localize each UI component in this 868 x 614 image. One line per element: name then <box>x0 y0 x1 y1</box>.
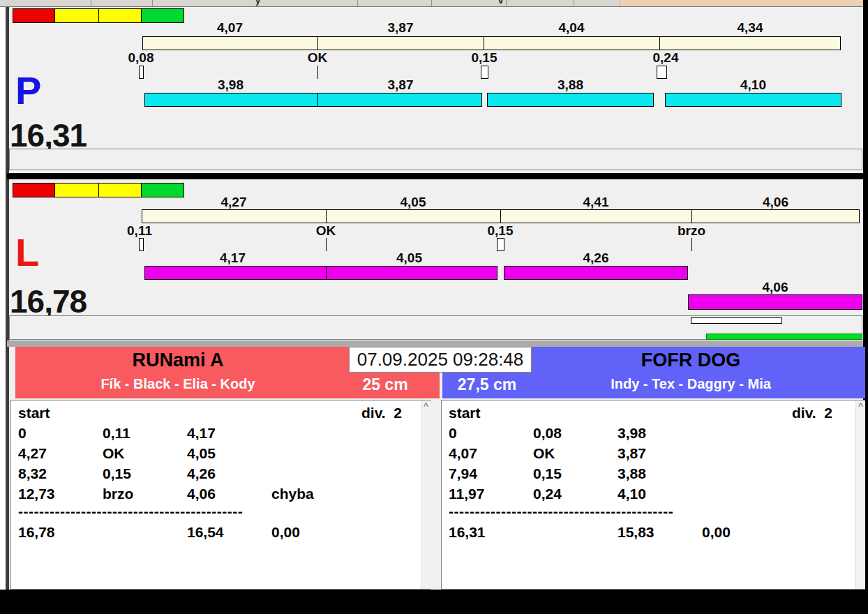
race-timestamp: 07.09.2025 09:28:48 <box>349 347 532 373</box>
p-crossing-mark: OK <box>298 52 337 63</box>
team-right-results-table[interactable]: start div. 2 0 0,08 3,98 4,07 OK 3,87 7,… <box>441 400 865 590</box>
l-gap-indicator <box>326 238 327 251</box>
chevron-down-icon: v <box>498 0 503 6</box>
p-dog-bar <box>487 93 654 107</box>
l-dog-bar-running <box>688 294 862 310</box>
start-label: start <box>18 405 50 421</box>
p-crossing-mark: 0,15 <box>465 52 504 63</box>
cell-crossing: 0,24 <box>533 486 562 502</box>
l-split-bar <box>142 209 860 223</box>
cell-cumulative: 8,32 <box>18 465 47 482</box>
cell-crossing: 0,11 <box>103 425 130 442</box>
table-scrollbar[interactable]: ^ <box>855 401 865 589</box>
cell-cumulative: 12,73 <box>18 486 55 502</box>
l-crossing-mark: OK <box>306 225 345 237</box>
table-separator-dashes: ----------------------------------------… <box>18 503 243 520</box>
l-dog-bar <box>144 266 497 280</box>
p-split-time: 4,07 <box>142 22 317 33</box>
team-left-jump-height: 25 cm <box>347 375 423 394</box>
p-gap-indicator <box>657 66 667 79</box>
p-split-bar-divider <box>317 37 318 50</box>
cell-dog-time: 3,98 <box>618 425 646 442</box>
l-traffic-light-yellow1 <box>54 183 99 197</box>
p-split-bar-divider <box>659 37 660 50</box>
scroll-up-icon[interactable]: ^ <box>421 401 431 411</box>
clean-time: 15,83 <box>618 524 654 541</box>
team-right-name: FOFR DOG <box>544 350 837 370</box>
cell-crossing: 0,08 <box>533 425 562 442</box>
top-toolbar[interactable]: y v <box>0 0 868 7</box>
p-crossing-mark: 0,24 <box>646 52 685 63</box>
cell-dog-time: 4,05 <box>187 445 216 462</box>
start-label: start <box>449 405 481 421</box>
cell-crossing: OK <box>103 445 125 462</box>
total-time: 16,31 <box>449 524 486 541</box>
p-crossing-mark: 0,08 <box>121 52 160 63</box>
cell-crossing: brzo <box>103 486 133 502</box>
l-traffic-light-green <box>141 183 184 197</box>
division-label: div. 2 <box>742 405 832 421</box>
cell-crossing: 0,15 <box>103 465 131 482</box>
l-split-bar-divider <box>326 210 327 223</box>
cell-dog-time: 4,26 <box>187 465 216 482</box>
p-gap-indicator <box>481 66 488 79</box>
team-left-name: RUNami A <box>28 350 328 370</box>
cell-dog-time: 3,87 <box>618 445 646 462</box>
p-traffic-light-yellow2 <box>98 8 142 23</box>
toolbar-divider <box>574 0 574 6</box>
p-split-time: 3,87 <box>317 22 484 33</box>
total-time: 16,78 <box>18 524 55 541</box>
l-crossing-mark: brzo <box>672 225 711 237</box>
window-bottom-band <box>0 590 868 614</box>
cell-cumulative: 7,94 <box>449 465 477 482</box>
l-split-time: 4,05 <box>326 196 500 208</box>
l-dog-bar <box>504 266 688 280</box>
l-gap-indicator <box>497 238 504 251</box>
p-split-time: 4,34 <box>659 22 841 33</box>
p-lane-letter: P <box>15 71 41 110</box>
l-dog-time: 4,05 <box>321 252 497 264</box>
l-crossing-mark: 0,15 <box>481 225 520 237</box>
l-gap-indicator <box>139 238 144 251</box>
table-scrollbar[interactable]: ^ <box>421 401 431 589</box>
scroll-up-icon[interactable]: ^ <box>856 401 865 411</box>
p-traffic-light-red <box>13 8 55 23</box>
p-dog-time: 4,10 <box>665 79 841 91</box>
l-split-time: 4,41 <box>500 196 691 208</box>
p-dog-time: 3,88 <box>487 79 654 91</box>
cell-dog-time: 4,10 <box>618 486 646 502</box>
toolbar-divider <box>506 0 507 6</box>
timing-app-window: y v 4,07 3,87 4,04 4,34 0,08 OK 0,15 0,2… <box>0 0 868 614</box>
cell-dog-time: 3,88 <box>618 465 646 482</box>
l-gap-indicator <box>691 238 692 251</box>
p-status-strip <box>9 149 862 170</box>
p-dog-bar-divider <box>317 93 318 106</box>
penalty: 0,00 <box>702 524 731 541</box>
cropped-toolbar-text: y <box>255 0 260 6</box>
toolbar-tan-panel <box>620 0 863 7</box>
cell-cumulative: 0 <box>18 425 27 442</box>
cell-dog-time: 4,17 <box>187 425 216 442</box>
lane-divider <box>7 173 863 179</box>
results-separator-strip <box>7 340 863 347</box>
cell-note: chyba <box>271 486 314 502</box>
toolbar-divider <box>91 0 91 6</box>
l-traffic-light-yellow2 <box>98 183 142 197</box>
l-split-bar-divider <box>691 210 692 223</box>
p-dog-time: 3,98 <box>144 79 317 91</box>
toolbar-divider <box>357 0 358 6</box>
p-dog-bar <box>144 93 482 107</box>
clean-time: 16,54 <box>187 524 224 541</box>
team-left-results-table[interactable]: start div. 2 0 0,11 4,17 4,27 OK 4,05 8,… <box>10 400 431 590</box>
cell-cumulative: 4,27 <box>18 445 47 462</box>
l-lane-letter: L <box>15 233 39 272</box>
cell-cumulative: 11,97 <box>449 486 484 502</box>
l-traffic-light-red <box>13 183 55 197</box>
l-split-bar-divider <box>500 210 501 223</box>
p-dog-time: 3,87 <box>317 79 484 91</box>
team-right-dogs: Indy - Tex - Daggry - Mia <box>544 375 837 392</box>
table-separator-dashes: ----------------------------------------… <box>449 503 673 520</box>
cell-crossing: 0,15 <box>533 465 562 482</box>
p-gap-indicator <box>139 66 144 79</box>
l-dog-bar-divider <box>326 267 327 279</box>
